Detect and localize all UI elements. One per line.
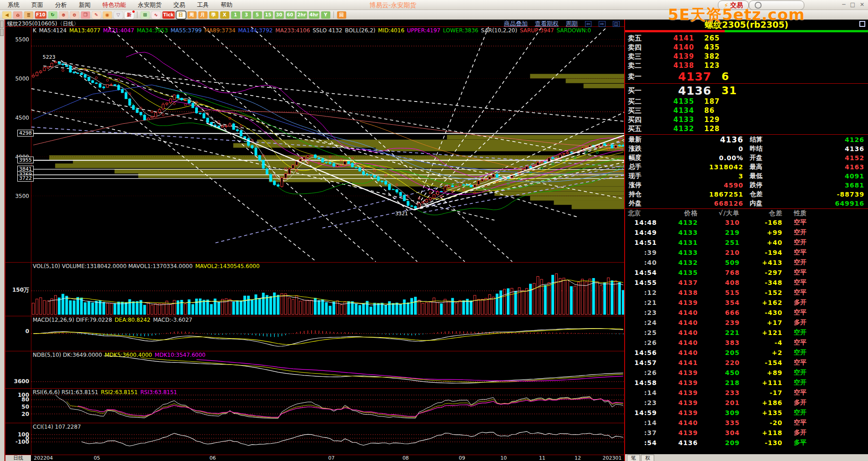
tape-row: :374139304+118多开 [625, 428, 868, 438]
minimize-icon[interactable]: ─ [842, 1, 845, 8]
refresh-icon[interactable]: ↻ [48, 11, 57, 19]
period-month[interactable]: 月 [198, 11, 207, 19]
ask-row[interactable]: 卖四4140435 [625, 43, 868, 52]
period-60[interactable]: 60 [286, 11, 295, 19]
bid-row[interactable]: 买五4132128 [625, 124, 868, 133]
split-view-icon[interactable]: ◫ [613, 21, 620, 27]
news-icon[interactable]: ≣ [24, 11, 33, 19]
tape-oi-change: +121 [740, 329, 782, 336]
panel-tab-笔[interactable]: 笔 [627, 455, 640, 461]
ask-row[interactable]: 卖三4139382 [625, 52, 868, 61]
next-icon[interactable]: ⇨ [599, 21, 605, 27]
period-tick[interactable]: Tick [162, 11, 175, 19]
period-4hr[interactable]: 4hr [309, 11, 319, 19]
bid-row[interactable]: 买一413631 [625, 84, 868, 97]
tape-nature: 空平 [782, 279, 818, 287]
popout-window-icon[interactable] [859, 21, 865, 27]
bid-row[interactable]: 买四4133129 [625, 115, 868, 124]
tape-row: 14:544135768-297空平 [625, 268, 868, 278]
period-15[interactable]: 15 [264, 11, 273, 19]
period-day[interactable]: 日 [177, 11, 186, 19]
ask-label: 卖五 [628, 34, 652, 43]
toolbar-separator [137, 11, 137, 18]
ask-row[interactable]: 卖二4138123 [625, 61, 868, 70]
left-mini-tab[interactable] [0, 29, 4, 36]
filter-icon[interactable]: ▽ [114, 11, 123, 19]
period-x[interactable]: X [220, 11, 229, 19]
period-week[interactable]: 周 [187, 11, 197, 19]
bid-volume: 86 [694, 106, 715, 115]
menu-item-永安期货[interactable]: 永安期货 [132, 0, 167, 10]
rsi-tick: 50 [5, 404, 29, 410]
stat-row: 现手3最低4091 [629, 172, 864, 181]
draw-icon[interactable]: ✎ [92, 11, 101, 19]
tape-volume: 309 [698, 409, 740, 416]
stat-label: 总手 [629, 163, 656, 171]
tape-oi-change: -20 [740, 419, 782, 426]
period-2hr[interactable]: 2hr [297, 11, 307, 19]
stat-value: 0.00% [656, 154, 750, 162]
tape-header: 北京价格√/大单仓差性质 [625, 209, 868, 218]
multi-window-icon[interactable]: 回 [337, 11, 346, 19]
new-icon[interactable]: 新 [125, 11, 134, 19]
volume-pane[interactable]: VOL(5,10) VOLUME:1318042.0000 MAVOL1:137… [5, 263, 625, 316]
tape-nature: 多开 [782, 399, 818, 407]
menu-item-工具[interactable]: 工具 [191, 0, 215, 10]
quote-table-icon[interactable]: ⊞ [141, 11, 150, 19]
tape-nature: 空开 [782, 329, 818, 337]
main-price-pane[interactable]: K MA5:4124 MA13:4077 MA21:4047 MA34:3953… [5, 27, 625, 263]
period-y[interactable]: Y [321, 11, 330, 19]
tape-oi-change: -4 [740, 339, 782, 346]
zoom-out-icon[interactable]: ⊖ [70, 11, 79, 19]
prev-icon[interactable]: ⇦ [585, 21, 591, 27]
bid-row[interactable]: 买三413486 [625, 106, 868, 115]
home-icon[interactable]: ⌂ [13, 11, 22, 19]
menu-item-交易[interactable]: 交易 [167, 0, 191, 10]
stat-label: 跌停 [750, 181, 777, 189]
stat-value: 4126 [777, 136, 864, 143]
layers-icon[interactable]: ❐ [81, 11, 90, 19]
menu-item-帮助[interactable]: 帮助 [215, 0, 238, 10]
tape-nature: 多平 [782, 439, 818, 447]
tape-price: 4140 [657, 309, 698, 316]
period-5[interactable]: 5 [253, 11, 262, 19]
tape-row: :264140383-4空平 [625, 338, 868, 348]
f10-icon[interactable]: F10 [35, 11, 46, 19]
menu-item-页面[interactable]: 页面 [25, 0, 49, 10]
bid-label: 买一 [628, 86, 652, 95]
period-30[interactable]: 30 [275, 11, 284, 19]
back-icon[interactable]: ◀ [2, 11, 11, 19]
bid-price: 4135 [652, 97, 694, 106]
alert-icon[interactable]: ◉ [103, 11, 112, 19]
stat-value: -88739 [777, 191, 864, 198]
chart-icon[interactable]: ∿ [151, 11, 161, 19]
tape-price: 4139 [657, 429, 698, 436]
ask-row[interactable]: 卖五4141265 [625, 34, 868, 43]
stat-label: 涨停 [629, 181, 656, 189]
left-collapsed-panel[interactable] [0, 20, 5, 461]
tape-volume: 233 [698, 389, 740, 396]
maximize-icon[interactable]: □ [850, 1, 855, 8]
menu-item-特色功能[interactable]: 特色功能 [96, 0, 132, 10]
macd-pane[interactable]: MACD(12,26,9) DIFF:79.0228 DEA:80.8242 M… [5, 316, 625, 351]
menu-item-分析[interactable]: 分析 [49, 0, 73, 10]
rsi-pane[interactable]: RSI(6,6,6) RSI1:63.8151 RSI2:63.8151 RSI… [5, 389, 625, 423]
bid-row[interactable]: 买二4135187 [625, 97, 868, 106]
menu-item-系统[interactable]: 系统 [2, 0, 25, 10]
tape-time: :37 [628, 429, 657, 436]
ask-row[interactable]: 卖一41376 [625, 70, 868, 83]
bid-volume: 128 [694, 125, 720, 133]
close-icon[interactable]: ✕ [860, 1, 864, 8]
zoom-in-icon[interactable]: ⊕ [59, 11, 68, 19]
menu-item-新闻[interactable]: 新闻 [73, 0, 96, 10]
period-tab-daily[interactable]: 日线 [5, 455, 31, 461]
y-axis-tick: 3500 [5, 193, 29, 199]
cci-pane[interactable]: CCI(14) 107.2287 1000-100 [5, 423, 625, 455]
left-mini-tab[interactable] [0, 20, 4, 28]
period-season[interactable]: 季 [209, 11, 218, 19]
ndb-pane[interactable]: NDB(5,10) DK:3649.0000 MDK5:3600.4000 MD… [5, 351, 625, 389]
tape-oi-change: -152 [740, 289, 782, 296]
period-1[interactable]: 1 [231, 11, 240, 19]
panel-tab-权[interactable]: 权 [641, 455, 654, 461]
period-3[interactable]: 3 [242, 11, 251, 19]
